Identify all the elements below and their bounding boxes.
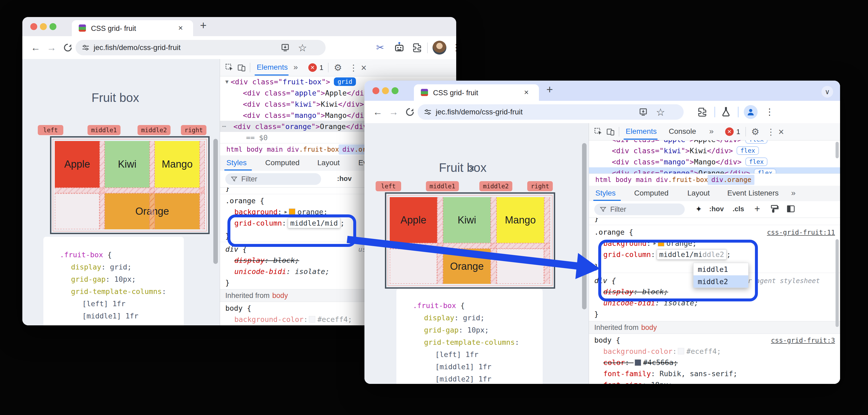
expand-shorthand-icon[interactable]: ▶ xyxy=(654,241,656,246)
tree-row-mango[interactable]: <div class="mango">Mango</div> flex xyxy=(589,156,840,167)
new-style-rule-icon[interactable]: + xyxy=(754,203,760,215)
font-family-declaration[interactable]: font-family: Rubik, sans-serif; xyxy=(589,368,840,379)
breadcrumb-body[interactable]: body xyxy=(247,146,262,153)
more-actions-dots-icon[interactable]: ⋯ xyxy=(222,123,226,130)
tab-search-chevron-icon[interactable]: ∨ xyxy=(822,86,833,98)
address-bar[interactable]: jec.fish/demo/css-grid-fruit ☆ xyxy=(417,104,684,120)
flex-badge[interactable]: flex xyxy=(737,146,759,155)
breadcrumb-fruit-box[interactable]: div.fruit-box xyxy=(656,176,708,184)
device-toolbar-icon[interactable] xyxy=(606,127,615,136)
back-nav-icon[interactable]: ← xyxy=(373,106,382,118)
devtools-close-icon[interactable]: × xyxy=(361,62,367,73)
tab-styles[interactable]: Styles xyxy=(595,189,616,197)
unicode-bidi-declaration[interactable]: unicode-bidi: isolate; xyxy=(589,297,840,308)
browser-tab[interactable]: CSS grid- fruit × xyxy=(72,20,193,36)
tree-row-kiwi[interactable]: <div class="kiwi">Kiwi</div> flex xyxy=(589,145,840,156)
class-toggle[interactable]: .cls xyxy=(733,205,744,213)
more-style-tabs-icon[interactable]: » xyxy=(791,188,796,197)
tree-scrollbar[interactable] xyxy=(836,142,839,158)
background-color-declaration[interactable]: background-color: #eceff4; xyxy=(589,346,840,357)
url-text[interactable]: jec.fish/demo/css-grid-fruit xyxy=(94,43,181,52)
tab-elements[interactable]: Elements xyxy=(257,63,288,71)
stylesheet-source-link[interactable]: css-grid-fruit:3 xyxy=(771,337,835,344)
reload-icon[interactable] xyxy=(405,107,415,117)
devtools-close-icon[interactable]: × xyxy=(778,126,784,137)
url-text[interactable]: jec.fish/demo/css-grid-fruit xyxy=(436,108,523,116)
hover-state-toggle[interactable]: :hov xyxy=(337,174,352,183)
menu-kebab-icon[interactable]: ⋮ xyxy=(452,42,456,53)
breadcrumb-html[interactable]: html xyxy=(595,176,611,184)
devtools-kebab-icon[interactable]: ⋮ xyxy=(349,63,358,73)
color-swatch[interactable] xyxy=(678,348,684,354)
grid-column-value-editbox[interactable]: middle1/mid xyxy=(288,218,340,228)
extensions-puzzle-icon[interactable] xyxy=(697,106,708,117)
font-size-declaration[interactable]: font-size: 18px; xyxy=(589,379,840,384)
forward-nav-icon[interactable]: → xyxy=(47,42,56,53)
breadcrumb-body[interactable]: body xyxy=(616,176,631,184)
hover-state-toggle[interactable]: :hov xyxy=(709,205,724,213)
more-tabs-icon[interactable]: » xyxy=(709,127,714,136)
toggle-sidebar-icon[interactable] xyxy=(786,204,795,213)
site-settings-icon[interactable] xyxy=(424,108,432,116)
extensions-puzzle-icon[interactable] xyxy=(412,42,423,53)
bookmark-star-icon[interactable]: ☆ xyxy=(298,42,307,54)
tree-row-apple-partial[interactable]: <div class="apple">Apple</div> flex xyxy=(589,140,840,145)
address-bar[interactable]: jec.fish/demo/css-grid-fruit ☆ xyxy=(75,40,326,55)
inspect-element-icon[interactable] xyxy=(225,63,234,72)
filter-input[interactable]: Filter xyxy=(225,173,321,185)
breadcrumb-fruit-box[interactable]: div.fruit-box xyxy=(287,146,339,153)
maximize-traffic-light[interactable] xyxy=(392,87,399,94)
back-nav-icon[interactable]: ← xyxy=(31,42,40,53)
new-tab-button[interactable]: + xyxy=(200,19,207,32)
minimize-traffic-light[interactable] xyxy=(40,23,47,30)
tab-event-listeners[interactable]: Event Listeners xyxy=(727,189,779,197)
expand-shorthand-icon[interactable]: ▶ xyxy=(285,209,287,215)
breadcrumb-html[interactable]: html xyxy=(226,146,242,153)
color-swatch[interactable] xyxy=(635,359,641,366)
color-declaration[interactable]: color: #4c566a; xyxy=(589,357,840,368)
inherited-body-link[interactable]: body xyxy=(641,323,657,332)
flex-badge[interactable]: flex xyxy=(745,140,768,143)
flex-badge[interactable]: flex xyxy=(745,158,768,166)
tab-computed[interactable]: Computed xyxy=(265,159,300,167)
devtools-kebab-icon[interactable]: ⋮ xyxy=(767,127,775,137)
maximize-traffic-light[interactable] xyxy=(50,23,56,30)
close-traffic-light[interactable] xyxy=(372,87,379,94)
robot-extension-icon[interactable] xyxy=(394,41,405,54)
tab-styles[interactable]: Styles xyxy=(226,159,247,167)
breadcrumb-main[interactable]: main xyxy=(267,146,283,153)
grid-column-declaration[interactable]: grid-column: middle1/middle2 ; xyxy=(589,249,840,260)
inspect-element-icon[interactable] xyxy=(594,127,603,136)
bookmark-star-icon[interactable]: ☆ xyxy=(656,106,665,118)
tab-computed[interactable]: Computed xyxy=(634,189,669,197)
tab-close-icon[interactable]: × xyxy=(524,88,529,97)
profile-avatar[interactable] xyxy=(433,41,446,55)
autocomplete-option-middle2-selected[interactable]: middle2 xyxy=(693,275,748,288)
breadcrumb-orange[interactable]: div.orange xyxy=(711,176,751,184)
close-traffic-light[interactable] xyxy=(30,23,37,30)
install-icon[interactable] xyxy=(280,43,290,53)
settings-gear-icon[interactable]: ⚙ xyxy=(751,126,759,137)
browser-tab[interactable]: CSS grid- fruit × xyxy=(414,84,539,101)
tab-close-icon[interactable]: × xyxy=(178,23,183,32)
autocomplete-option-middle1[interactable]: middle1 xyxy=(693,263,748,275)
tab-layout[interactable]: Layout xyxy=(317,159,340,167)
minimize-traffic-light[interactable] xyxy=(382,87,389,94)
ai-assist-star-icon[interactable]: ✦ xyxy=(695,204,702,214)
color-swatch[interactable] xyxy=(309,316,315,322)
settings-gear-icon[interactable]: ⚙ xyxy=(334,62,342,73)
tree-row-orange-selected-partial[interactable]: <div class="orange">Orange</div> flex xyxy=(589,167,840,173)
tab-layout[interactable]: Layout xyxy=(687,189,710,197)
page-scrollbar[interactable] xyxy=(213,139,218,264)
flask-experiments-icon[interactable] xyxy=(720,106,732,117)
tab-console[interactable]: Console xyxy=(669,127,696,136)
more-tabs-icon[interactable]: » xyxy=(293,63,298,71)
tab-elements[interactable]: Elements xyxy=(626,127,657,136)
device-toolbar-icon[interactable] xyxy=(237,63,246,72)
profile-avatar[interactable] xyxy=(744,105,757,119)
styles-scrollbar[interactable] xyxy=(836,239,839,327)
install-icon[interactable] xyxy=(639,107,648,117)
breadcrumb-main[interactable]: main xyxy=(636,176,652,184)
error-badge-icon[interactable]: ✕ xyxy=(308,63,317,72)
page-scrollbar[interactable] xyxy=(582,143,587,309)
